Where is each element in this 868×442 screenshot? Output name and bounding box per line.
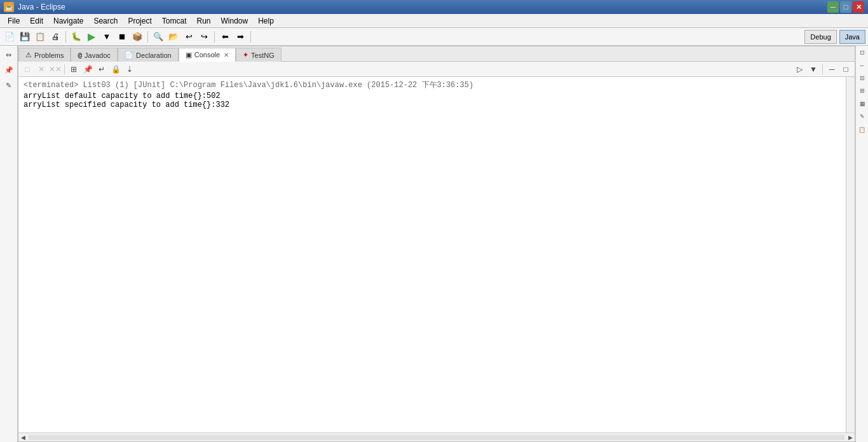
console-tab-label: Console — [194, 51, 220, 59]
separator-1 — [65, 31, 66, 43]
undo-button[interactable]: ↩ — [182, 30, 196, 44]
console-content: <terminated> List03 (1) [JUnit] C:\Progr… — [18, 77, 846, 432]
problems-tab-label: Problems — [34, 52, 64, 59]
minimize-button[interactable]: ─ — [827, 1, 839, 13]
gutter-btn-3[interactable]: ✎ — [3, 79, 15, 92]
forward-button[interactable]: ➡ — [233, 30, 247, 44]
scroll-lock-button[interactable]: 🔒 — [109, 63, 122, 76]
console-tab-icon: ▣ — [186, 51, 192, 59]
save-button[interactable]: 💾 — [18, 30, 32, 44]
console-line-2: arryList specified capacity to add time{… — [24, 100, 841, 109]
menu-window[interactable]: Window — [216, 15, 254, 27]
open-type-button[interactable]: 🔍 — [151, 30, 165, 44]
console-panel: ⚠ Problems @ Javadoc 📄 Declaration ▣ Con… — [18, 46, 855, 442]
console-header: <terminated> List03 (1) [JUnit] C:\Progr… — [24, 79, 841, 90]
testng-tab-icon: ✦ — [243, 51, 248, 59]
title-bar: ☕ Java - Eclipse ─ □ ✕ — [0, 0, 868, 14]
run-dropdown-button[interactable]: ▼ — [100, 30, 114, 44]
far-right-btn-4[interactable]: ⊞ — [857, 85, 868, 97]
far-right-btn-6[interactable]: ✎ — [857, 111, 868, 122]
declaration-tab-icon: 📄 — [125, 51, 133, 59]
gutter-btn-1[interactable]: ⇔ — [3, 48, 15, 61]
eclipse-icon: ☕ — [4, 2, 14, 12]
menu-bar: File Edit Navigate Search Project Tomcat… — [0, 14, 868, 28]
gutter-btn-2[interactable]: 📌 — [3, 64, 15, 76]
main-toolbar: 📄 💾 📋 🖨 🐛 ▶ ▼ ⏹ 📦 🔍 📂 ↩ ↪ ⬅ ➡ Debug Java — [0, 28, 868, 46]
redo-button[interactable]: ↪ — [197, 30, 211, 44]
remove-launch-button[interactable]: ✕✕ — [49, 63, 62, 76]
maximize-button[interactable]: □ — [840, 1, 851, 13]
build-button[interactable]: 📦 — [130, 30, 144, 44]
separator-4 — [250, 31, 251, 43]
menu-search[interactable]: Search — [88, 15, 123, 27]
scroll-right-button[interactable]: ▶ — [846, 433, 855, 442]
horizontal-scrollbar: ◀ ▶ — [18, 432, 855, 441]
far-right-btn-5[interactable]: ▦ — [857, 98, 868, 109]
debug-perspective-button[interactable]: Debug — [804, 30, 836, 44]
left-gutter: ⇔ 📌 ✎ — [0, 46, 18, 442]
close-button[interactable]: ✕ — [853, 1, 864, 13]
toolbar-sep — [64, 64, 65, 74]
h-scroll-track[interactable] — [29, 435, 844, 440]
console-line-1: arryList default capacity to add time{}:… — [24, 92, 841, 100]
far-right-btn-7[interactable]: 📋 — [857, 123, 868, 135]
terminate-button[interactable]: ✕ — [35, 63, 48, 76]
tab-declaration[interactable]: 📄 Declaration — [118, 48, 179, 62]
console-toolbar: □ ✕ ✕✕ ⊞ 📌 ↵ 🔒 ⇣ ▷ ▼ ─ □ — [18, 62, 855, 77]
run-button[interactable]: ▶ — [85, 30, 98, 44]
vertical-scrollbar[interactable] — [846, 77, 855, 432]
word-wrap-button[interactable]: ↵ — [95, 63, 108, 76]
far-right-panel: ⊡ ↕ ⊟ ⊞ ▦ ✎ 📋 — [855, 46, 868, 442]
minimize-view-button[interactable]: ─ — [825, 63, 838, 76]
far-right-btn-3[interactable]: ⊟ — [857, 73, 868, 84]
menu-edit[interactable]: Edit — [25, 15, 48, 27]
tab-javadoc[interactable]: @ Javadoc — [71, 48, 118, 62]
console-toolbar-left: □ ✕ ✕✕ ⊞ 📌 ↵ 🔒 ⇣ — [21, 63, 136, 76]
new-console-button[interactable]: ⊞ — [67, 63, 80, 76]
menu-tomcat[interactable]: Tomcat — [157, 15, 192, 27]
toolbar-sep-2 — [822, 64, 823, 74]
debug-button[interactable]: 🐛 — [69, 30, 83, 44]
print-button[interactable]: 🖨 — [48, 30, 62, 44]
maximize-view-button[interactable]: □ — [839, 63, 852, 76]
separator-3 — [214, 31, 215, 43]
javadoc-tab-icon: @ — [78, 51, 82, 59]
save-all-button[interactable]: 📋 — [33, 30, 47, 44]
javadoc-tab-label: Javadoc — [85, 52, 111, 59]
back-button[interactable]: ⬅ — [218, 30, 232, 44]
far-right-btn-1[interactable]: ⊡ — [857, 47, 868, 59]
console-dropdown-button[interactable]: ▼ — [807, 63, 820, 76]
tab-testng[interactable]: ✦ TestNG — [236, 48, 281, 62]
tab-bar: ⚠ Problems @ Javadoc 📄 Declaration ▣ Con… — [18, 46, 855, 62]
scroll-end-button[interactable]: ⇣ — [123, 63, 136, 76]
scroll-left-button[interactable]: ◀ — [18, 433, 27, 442]
problems-tab-icon: ⚠ — [25, 51, 32, 59]
title-bar-controls: ─ □ ✕ — [827, 1, 864, 13]
title-text: Java - Eclipse — [18, 3, 65, 11]
separator-2 — [147, 31, 148, 43]
clear-console-button[interactable]: □ — [21, 63, 34, 76]
console-wrapper: <terminated> List03 (1) [JUnit] C:\Progr… — [18, 77, 855, 432]
menu-project[interactable]: Project — [123, 15, 156, 27]
menu-help[interactable]: Help — [253, 15, 279, 27]
menu-file[interactable]: File — [3, 15, 25, 27]
testng-tab-label: TestNG — [251, 52, 275, 59]
open-resource-button[interactable]: 📂 — [166, 30, 180, 44]
console-tab-close[interactable]: ✕ — [224, 52, 229, 59]
new-button[interactable]: 📄 — [3, 30, 17, 44]
console-toolbar-right: ▷ ▼ ─ □ — [793, 63, 852, 76]
tab-problems[interactable]: ⚠ Problems — [18, 48, 71, 62]
open-console-button[interactable]: ▷ — [793, 63, 806, 76]
far-right-btn-2[interactable]: ↕ — [857, 60, 868, 71]
tab-console[interactable]: ▣ Console ✕ — [179, 48, 236, 62]
stop-button[interactable]: ⏹ — [115, 30, 129, 44]
main-area: ⇔ 📌 ✎ ⚠ Problems @ Javadoc 📄 Declaration… — [0, 46, 868, 442]
declaration-tab-label: Declaration — [136, 52, 172, 59]
title-bar-left: ☕ Java - Eclipse — [4, 2, 65, 12]
menu-navigate[interactable]: Navigate — [48, 15, 88, 27]
menu-run[interactable]: Run — [191, 15, 215, 27]
perspective-switcher: Debug Java — [804, 30, 865, 44]
pin-console-button[interactable]: 📌 — [81, 63, 94, 76]
java-perspective-button[interactable]: Java — [839, 30, 865, 44]
